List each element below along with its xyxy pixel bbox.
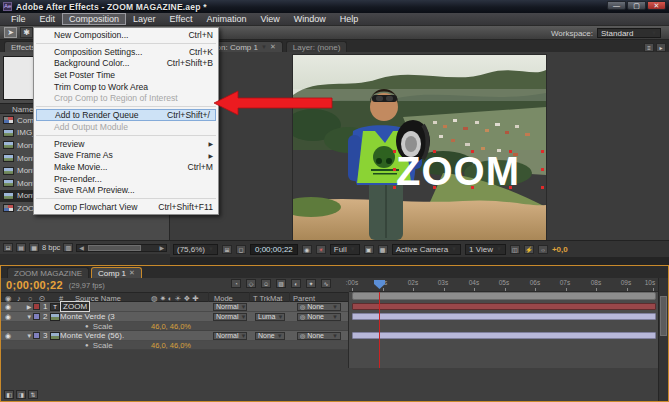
selection-tool-icon[interactable]: ➤ [4, 27, 17, 38]
parent-dropdown[interactable]: ◎ None ▼ [297, 332, 341, 340]
layer-color-chip[interactable] [33, 303, 40, 310]
stopwatch-icon[interactable]: ● [85, 342, 89, 348]
resolution-dropdown[interactable]: Full ▼ [330, 244, 360, 255]
property-label[interactable]: Scale [93, 322, 113, 331]
scrollbar-thumb[interactable] [660, 296, 667, 336]
menu-item-composition-settings[interactable]: Composition Settings... Ctrl+K [34, 46, 218, 58]
tab-layer-none[interactable]: Layer: (none) [286, 41, 348, 52]
pickwhip-icon[interactable]: ◎ [300, 332, 305, 339]
menu-item-add-to-render-queue[interactable]: Add to Render Queue Ctrl+Shift+/ [36, 109, 216, 121]
panel-menu-icon[interactable]: ≡ [644, 43, 654, 52]
blend-mode-dropdown[interactable]: Normal ▼ [213, 332, 247, 340]
pickwhip-icon[interactable]: ◎ [300, 313, 305, 320]
layer-color-chip[interactable] [33, 313, 40, 320]
menu-item-trim-comp-to-work-area[interactable]: Trim Comp to Work Area [34, 81, 218, 93]
timeline-vertical-scrollbar[interactable] [658, 278, 668, 401]
eye-icon[interactable]: ◉ [5, 303, 11, 311]
viewer-timecode[interactable]: 0;00;00;22 [250, 244, 298, 255]
menu-item-pre-render[interactable]: Pre-render... [34, 173, 218, 185]
workspace-dropdown[interactable]: Standard ▼ [597, 28, 661, 38]
scale-value[interactable]: 46,0, 46,0% [151, 341, 191, 350]
menu-item-save-ram-preview[interactable]: Save RAM Preview... [34, 185, 218, 197]
mask-visibility-icon[interactable]: ◻ [236, 245, 246, 254]
menu-layer[interactable]: Layer [126, 13, 163, 25]
expand-transfer-controls-icon[interactable]: ◨ [16, 390, 26, 399]
menu-item-make-movie[interactable]: Make Movie... Ctrl+M [34, 161, 218, 173]
tab-comp1[interactable]: Comp 1 ✕ [91, 267, 142, 278]
fast-previews-icon[interactable]: ⚡ [524, 245, 534, 254]
expand-layer-switches-icon[interactable]: ◧ [4, 390, 14, 399]
close-tab-icon[interactable]: ✕ [129, 269, 135, 277]
expand-inout-panes-icon[interactable]: ⇅ [28, 390, 38, 399]
eye-icon[interactable]: ◉ [5, 313, 11, 321]
hand-tool-icon[interactable]: ✱ [20, 27, 33, 38]
scroll-left-icon[interactable]: ◀ [77, 244, 86, 251]
live-update-icon[interactable]: ◔ [231, 279, 241, 288]
menu-item-save-frame-as[interactable]: Save Frame As ▶ [34, 150, 218, 162]
menu-file[interactable]: File [4, 13, 33, 25]
show-channel-icon[interactable]: ☀ [316, 245, 326, 254]
menu-item-preview[interactable]: Preview ▶ [34, 138, 218, 150]
menu-animation[interactable]: Animation [199, 13, 253, 25]
draft-3d-icon[interactable]: ◇ [246, 279, 256, 288]
transparency-grid-icon[interactable]: ▩ [378, 245, 388, 254]
scale-value[interactable]: 46,0, 46,0% [151, 322, 191, 331]
blend-mode-dropdown[interactable]: Normal ▼ [213, 303, 247, 311]
scrollbar-thumb[interactable] [88, 245, 141, 251]
panel-maximize-icon[interactable]: ▸ [656, 43, 666, 52]
trkmat-dropdown[interactable]: Luma ▼ [255, 313, 285, 321]
maximize-button[interactable]: ▢ [627, 1, 646, 10]
trash-icon[interactable]: ▥ [63, 243, 73, 252]
pickwhip-icon[interactable]: ◎ [300, 303, 305, 310]
exposure-value[interactable]: +0,0 [552, 245, 568, 254]
menu-window[interactable]: Window [287, 13, 333, 25]
close-button[interactable]: ✕ [647, 1, 666, 10]
motion-blur-icon[interactable]: ◐ [291, 279, 301, 288]
camera-dropdown[interactable]: Active Camera ▼ [392, 244, 461, 255]
blend-mode-dropdown[interactable]: Normal ▼ [213, 313, 247, 321]
hide-shy-layers-icon[interactable]: ☺ [261, 279, 271, 288]
safe-guides-icon[interactable]: ⊞ [222, 245, 232, 254]
chevron-down-icon[interactable]: ▼ [261, 44, 267, 50]
property-label[interactable]: Scale [93, 341, 113, 350]
layer-name[interactable]: ZOOM [60, 301, 90, 312]
tab-zoom-magazine[interactable]: ZOOM MAGAZINE [7, 267, 89, 278]
time-ruler[interactable]: :00s 01s 02s 03s 04s 05s 06s 07s 08s 09s… [349, 278, 659, 292]
menu-help[interactable]: Help [333, 13, 366, 25]
eye-icon[interactable]: ◉ [5, 332, 11, 340]
interpret-footage-icon[interactable]: ⊟ [3, 243, 13, 252]
menu-item-background-color[interactable]: Background Color... Ctrl+Shift+B [34, 57, 218, 69]
brainstorm-icon[interactable]: ✦ [306, 279, 316, 288]
parent-dropdown[interactable]: ◎ None ▼ [297, 313, 341, 321]
twirl-icon[interactable]: ▼ [25, 314, 33, 320]
region-of-interest-icon[interactable]: ▣ [364, 245, 374, 254]
exposure-icon[interactable]: ☼ [538, 245, 548, 254]
menu-effect[interactable]: Effect [163, 13, 200, 25]
menu-item-comp-flowchart-view[interactable]: Comp Flowchart View Ctrl+Shift+F11 [34, 201, 218, 213]
new-composition-icon[interactable]: ▦ [29, 243, 39, 252]
menu-item-set-poster-time[interactable]: Set Poster Time [34, 69, 218, 81]
minimize-button[interactable]: — [607, 1, 626, 10]
layer-name[interactable]: Monte Verde (3 [60, 312, 115, 321]
scroll-right-icon[interactable]: ▶ [157, 244, 166, 251]
snapshot-icon[interactable]: ◉ [302, 245, 312, 254]
work-area-bar[interactable] [352, 292, 656, 300]
project-horizontal-scrollbar[interactable]: ◀ ▶ [76, 244, 167, 252]
pixel-aspect-correction-icon[interactable]: ◫ [510, 245, 520, 254]
layer-bar-zoom[interactable] [352, 303, 656, 310]
twirl-icon[interactable]: ▶ [25, 303, 33, 310]
current-time-display[interactable]: 0;00;00;22 [6, 279, 63, 291]
menu-composition[interactable]: Composition [62, 13, 126, 25]
layer-name[interactable]: Monte Verde (56). [60, 331, 124, 340]
menu-edit[interactable]: Edit [33, 13, 63, 25]
magnification-dropdown[interactable]: (75,6%) ▼ [173, 244, 218, 255]
graph-editor-icon[interactable]: ∿ [321, 279, 331, 288]
menu-item-new-composition[interactable]: New Composition... Ctrl+N [34, 29, 218, 41]
layer-bar-monte-verde-2[interactable] [352, 332, 656, 339]
stopwatch-icon[interactable]: ● [85, 323, 89, 329]
close-tab-icon[interactable]: ✕ [270, 43, 276, 51]
layer-color-chip[interactable] [33, 332, 40, 339]
timeline-graph-area[interactable]: :00s 01s 02s 03s 04s 05s 06s 07s 08s 09s… [348, 292, 658, 368]
twirl-icon[interactable]: ▼ [25, 333, 33, 339]
menu-view[interactable]: View [253, 13, 286, 25]
